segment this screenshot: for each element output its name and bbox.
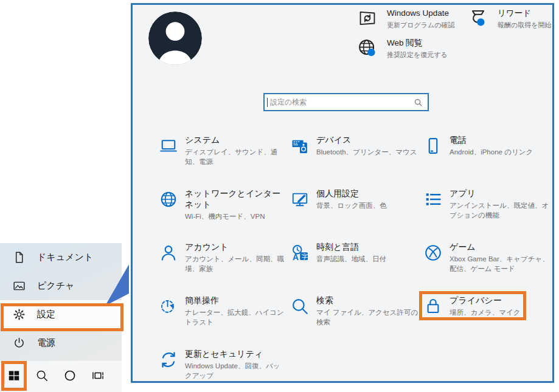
time-language-icon: A字 <box>291 244 309 262</box>
apps-icon <box>424 190 442 208</box>
web-icon <box>358 38 377 58</box>
tile-phone[interactable]: 電話 Android、iPhone のリンク <box>422 129 551 183</box>
ease-of-access-icon <box>159 297 178 315</box>
tile-subtitle: Xbox Game Bar、キャプチャ、配信、ゲーム モード <box>450 254 551 273</box>
tiles-grid: システム ディスプレイ、サウンド、通知、電源 デバイス Bluetooth、プリ… <box>157 129 551 392</box>
accounts-icon <box>159 244 178 262</box>
tile-subtitle: ナレーター、拡大鏡、ハイコントラスト <box>185 308 287 327</box>
tile-update-security[interactable]: 更新とセキュリティ Windows Update、回復、バックアップ <box>157 343 288 392</box>
tile-subtitle: アカウント、メール、同期、職場、家族 <box>185 254 287 273</box>
tile-ease-of-access[interactable]: 簡単操作 ナレーター、拡大鏡、ハイコントラスト <box>157 290 288 343</box>
settings-search-input[interactable] <box>268 94 414 110</box>
tile-title: 個人用設定 <box>316 188 418 199</box>
tile-title: 簡単操作 <box>185 295 287 306</box>
tile-network[interactable]: ネットワークとインターネット Wi-Fi、機内モード、VPN <box>157 183 288 236</box>
tile-title: デバイス <box>316 134 418 145</box>
tile-title: プライバシー <box>450 295 551 306</box>
search-icon <box>291 297 309 315</box>
quick-action-rewards[interactable]: リワード 報酬の取得を開始 <box>468 9 559 30</box>
tile-subtitle: 背景、ロック画面、色 <box>316 201 418 210</box>
tile-subtitle: マイ ファイル、アクセス許可の検索 <box>316 308 418 327</box>
tile-subtitle: Bluetooth、プリンター、マウス <box>316 147 418 157</box>
tile-privacy[interactable]: プライバシー 場所、カメラ、マイク <box>422 290 551 343</box>
sidebar-item-pictures[interactable]: ピクチャ <box>0 272 122 300</box>
cortana-button[interactable] <box>56 361 84 392</box>
tile-gaming[interactable]: ゲーム Xbox Game Bar、キャプチャ、配信、ゲーム モード <box>422 236 551 290</box>
phone-icon <box>424 137 442 155</box>
start-menu: ドキュメント ピクチャ 設定 電源 <box>0 243 122 360</box>
tile-system[interactable]: システム ディスプレイ、サウンド、通知、電源 <box>157 129 288 183</box>
privacy-icon <box>424 297 442 315</box>
devices-icon <box>291 137 309 155</box>
tile-title: ゲーム <box>450 241 551 252</box>
task-view-icon <box>91 369 105 385</box>
tile-title: アプリ <box>450 188 551 199</box>
menu-item-label: 電源 <box>37 337 55 349</box>
user-avatar[interactable] <box>148 12 202 65</box>
task-view-button[interactable] <box>84 361 112 392</box>
start-flag-icon <box>7 369 21 385</box>
menu-item-label: 設定 <box>37 309 55 320</box>
sidebar-item-power[interactable]: 電源 <box>0 329 122 357</box>
sidebar-item-settings[interactable]: 設定 <box>0 300 122 329</box>
quick-action-title: Windows Update <box>387 9 455 19</box>
windows-update-icon <box>358 9 377 28</box>
settings-window: Windows Update 更新プログラムの確認 リワード 報酬の取得を開始 … <box>131 3 554 383</box>
document-icon <box>13 251 26 264</box>
system-icon <box>159 137 178 155</box>
network-icon <box>159 190 178 208</box>
tile-title: 電話 <box>450 134 551 145</box>
settings-search-box <box>263 93 429 111</box>
search-icon <box>414 98 423 107</box>
quick-action-subtitle: 更新プログラムの確認 <box>387 21 455 30</box>
tile-subtitle: 場所、カメラ、マイク <box>450 308 551 317</box>
tile-title: ネットワークとインターネット <box>185 188 287 210</box>
tile-subtitle: 音声認識、地域、日付 <box>316 254 418 264</box>
quick-action-windows-update[interactable]: Windows Update 更新プログラムの確認 <box>358 9 468 30</box>
tile-search[interactable]: 検索 マイ ファイル、アクセス許可の検索 <box>288 290 422 343</box>
gear-icon <box>13 308 26 321</box>
start-button[interactable] <box>0 361 28 392</box>
quick-action-web-browsing[interactable]: Web 閲覧 推奨設定を復元する <box>358 38 468 60</box>
svg-text:字: 字 <box>301 253 308 260</box>
update-security-icon <box>159 351 178 369</box>
tile-subtitle: アンインストール、既定値、オプションの機能 <box>450 201 551 220</box>
tile-personalization[interactable]: 個人用設定 背景、ロック画面、色 <box>288 183 422 236</box>
tile-accounts[interactable]: アカウント アカウント、メール、同期、職場、家族 <box>157 236 288 290</box>
tile-apps[interactable]: アプリ アンインストール、既定値、オプションの機能 <box>422 183 551 236</box>
quick-action-subtitle: 報酬の取得を開始 <box>498 21 552 30</box>
power-icon <box>13 337 26 349</box>
quick-actions: Windows Update 更新プログラムの確認 リワード 報酬の取得を開始 … <box>358 9 559 60</box>
tile-title: 更新とセキュリティ <box>185 348 287 359</box>
taskbar-search-button[interactable] <box>28 361 56 392</box>
tile-title: 検索 <box>316 295 418 306</box>
rewards-icon <box>468 9 488 28</box>
menu-item-label: ピクチャ <box>37 280 74 292</box>
gaming-icon <box>424 244 442 262</box>
pictures-icon <box>13 280 26 292</box>
tile-title: 時刻と言語 <box>316 241 418 252</box>
quick-action-title: リワード <box>498 9 552 19</box>
tile-subtitle: ディスプレイ、サウンド、通知、電源 <box>185 147 287 167</box>
tile-subtitle: Windows Update、回復、バックアップ <box>185 361 287 380</box>
tile-title: システム <box>185 134 287 145</box>
taskbar <box>0 360 122 392</box>
personalization-icon <box>291 190 309 208</box>
svg-text:A: A <box>293 253 299 262</box>
tile-devices[interactable]: デバイス Bluetooth、プリンター、マウス <box>288 129 422 183</box>
tile-subtitle: Wi-Fi、機内モード、VPN <box>185 211 287 221</box>
tile-subtitle: Android、iPhone のリンク <box>450 147 551 157</box>
cortana-icon <box>63 369 77 385</box>
sidebar-item-documents[interactable]: ドキュメント <box>0 243 122 272</box>
menu-item-label: ドキュメント <box>37 252 93 263</box>
tile-time-language[interactable]: A字 時刻と言語 音声認識、地域、日付 <box>288 236 422 290</box>
tile-title: アカウント <box>185 241 287 252</box>
taskbar-search-icon <box>35 369 49 385</box>
quick-action-title: Web 閲覧 <box>387 38 448 49</box>
quick-action-subtitle: 推奨設定を復元する <box>387 50 448 60</box>
